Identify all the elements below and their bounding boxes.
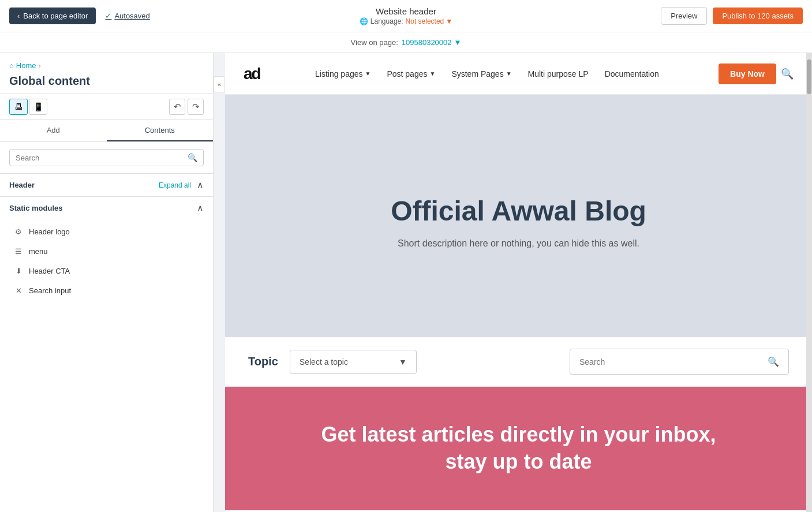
top-bar: ‹ Back to page editor ✓ Autosaved Websit… xyxy=(0,0,812,32)
topic-select-dropdown[interactable]: Select a topic ▼ xyxy=(290,350,417,374)
autosaved-label[interactable]: ✓ Autosaved xyxy=(105,12,149,20)
chevron-down-icon: ▼ xyxy=(506,70,512,77)
scrollbar[interactable] xyxy=(806,53,812,512)
hero-title: Official Awwal Blog xyxy=(391,195,646,227)
desktop-icon: 🖶 xyxy=(14,102,23,111)
breadcrumb-separator: › xyxy=(39,61,41,70)
sidebar-header: ⌂ Home › Global content xyxy=(0,53,213,94)
menu-item-post-pages[interactable]: Post pages ▼ xyxy=(379,65,443,83)
sidebar-page-title: Global content xyxy=(9,74,204,88)
home-icon: ⌂ xyxy=(9,61,14,70)
static-modules-header: Static modules ∧ xyxy=(0,197,213,219)
module-item-header-cta[interactable]: ⬇ Header CTA xyxy=(0,261,213,281)
scroll-thumb[interactable] xyxy=(807,59,811,94)
desktop-device-button[interactable]: 🖶 xyxy=(9,99,28,115)
sub-bar: View on page: 109580320002 ▼ xyxy=(0,32,812,53)
search-input[interactable] xyxy=(16,154,183,162)
header-section-header: Header Expand all ∧ xyxy=(0,174,213,196)
check-icon: ✓ xyxy=(105,12,111,20)
static-modules-collapse-button[interactable]: ∧ xyxy=(197,203,204,214)
header-section-title: Header xyxy=(9,181,35,189)
expand-all-button[interactable]: Expand all xyxy=(159,181,191,189)
mobile-device-button[interactable]: 📱 xyxy=(29,99,47,115)
module-list: ⚙ Header logo ☰ menu ⬇ Header CTA ✕ Sear… xyxy=(0,219,213,302)
sidebar-collapse-button[interactable]: « xyxy=(214,76,225,92)
cta-section: Get latest articles directly in your inb… xyxy=(225,387,812,510)
top-bar-center: Website header 🌐 Language: Not selected … xyxy=(360,6,452,25)
menu-item-multi-purpose-lp[interactable]: Multi purpose LP xyxy=(520,65,597,83)
top-bar-left: ‹ Back to page editor ✓ Autosaved xyxy=(9,8,150,24)
menu-item-documentation[interactable]: Documentation xyxy=(597,65,667,83)
topic-label: Topic xyxy=(248,355,278,368)
filter-search-input[interactable] xyxy=(579,357,762,367)
buy-now-button[interactable]: Buy Now xyxy=(719,63,776,84)
sidebar-search-area: 🔍 xyxy=(0,142,213,174)
header-section-collapse-button[interactable]: ∧ xyxy=(197,180,204,190)
module-item-menu[interactable]: ☰ menu xyxy=(0,241,213,261)
chevron-down-icon: ▼ xyxy=(446,17,452,25)
top-bar-right: Preview Publish to 120 assets xyxy=(661,7,803,25)
image-icon: ⚙ xyxy=(14,227,23,236)
breadcrumb[interactable]: ⌂ Home › xyxy=(9,61,204,70)
main-layout: ⌂ Home › Global content 🖶 📱 ↶ ↷ Add xyxy=(0,53,812,512)
tab-add[interactable]: Add xyxy=(0,120,107,141)
site-logo: ad xyxy=(244,65,260,83)
sidebar-tabs: Add Contents xyxy=(0,120,213,142)
topic-select-placeholder: Select a topic xyxy=(300,357,348,367)
hero-section: Official Awwal Blog Short description he… xyxy=(225,95,812,337)
menu-item-listing-pages[interactable]: Listing pages ▼ xyxy=(307,65,379,83)
search-wrapper: 🔍 xyxy=(9,149,204,166)
tab-contents[interactable]: Contents xyxy=(107,120,214,141)
page-title: Website header xyxy=(360,6,452,16)
view-on-page: View on page: 109580320002 ▼ xyxy=(351,38,462,47)
chevron-down-icon: ▼ xyxy=(429,70,435,77)
x-icon: ✕ xyxy=(14,286,23,295)
mobile-icon: 📱 xyxy=(33,102,43,111)
device-row: 🖶 📱 ↶ ↷ xyxy=(0,94,213,120)
chevron-down-icon: ▼ xyxy=(365,70,371,77)
language-value[interactable]: Not selected ▼ xyxy=(406,17,453,25)
content-area: ad Listing pages ▼ Post pages ▼ System P… xyxy=(225,53,812,512)
undo-button[interactable]: ↶ xyxy=(169,99,185,115)
redo-button[interactable]: ↷ xyxy=(188,99,204,115)
sidebar: ⌂ Home › Global content 🖶 📱 ↶ ↷ Add xyxy=(0,53,214,512)
nav-search-icon[interactable]: 🔍 xyxy=(781,68,794,80)
back-arrow-icon: ‹ xyxy=(17,12,20,20)
menu-item-system-pages[interactable]: System Pages ▼ xyxy=(443,65,519,83)
publish-button[interactable]: Publish to 120 assets xyxy=(713,8,803,24)
preview-wrap: ad Listing pages ▼ Post pages ▼ System P… xyxy=(225,53,812,512)
hero-description: Short description here or nothing, you c… xyxy=(398,238,639,249)
module-item-search-input[interactable]: ✕ Search input xyxy=(0,281,213,300)
chevron-down-icon: ▼ xyxy=(399,357,407,367)
download-icon: ⬇ xyxy=(14,266,23,275)
language-selector[interactable]: 🌐 Language: Not selected ▼ xyxy=(360,17,452,25)
filter-row: Topic Select a topic ▼ 🔍 xyxy=(225,337,812,387)
site-menu: Listing pages ▼ Post pages ▼ System Page… xyxy=(307,65,667,83)
module-item-header-logo[interactable]: ⚙ Header logo xyxy=(0,222,213,241)
site-nav: ad Listing pages ▼ Post pages ▼ System P… xyxy=(225,53,812,95)
search-icon: 🔍 xyxy=(188,153,197,162)
history-buttons: ↶ ↷ xyxy=(169,99,204,115)
device-toggle-group: 🖶 📱 xyxy=(9,99,47,115)
globe-icon: 🌐 xyxy=(360,17,368,25)
menu-icon: ☰ xyxy=(14,246,23,256)
filter-search-icon: 🔍 xyxy=(768,356,779,367)
preview-button[interactable]: Preview xyxy=(661,7,707,25)
page-id-link[interactable]: 109580320002 ▼ xyxy=(402,38,462,47)
back-to-editor-button[interactable]: ‹ Back to page editor xyxy=(9,8,96,24)
cta-title: Get latest articles directly in your inb… xyxy=(317,421,721,476)
filter-search-wrap: 🔍 xyxy=(570,349,789,375)
static-modules-title: Static modules xyxy=(9,204,62,212)
chevron-down-icon: ▼ xyxy=(454,38,462,47)
